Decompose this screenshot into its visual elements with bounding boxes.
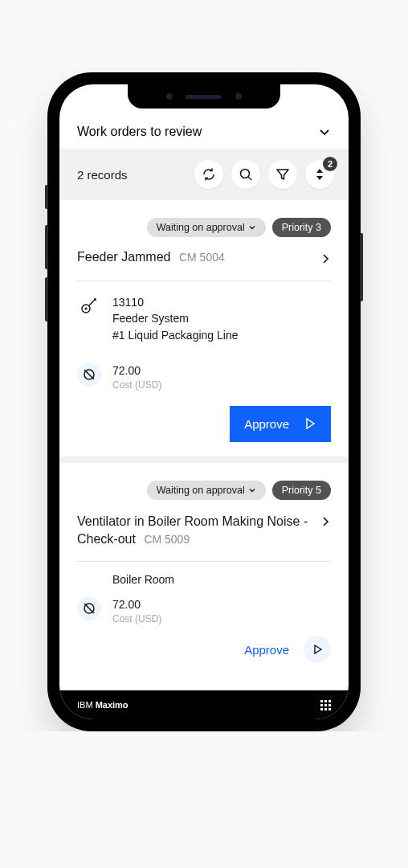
header-title: Work orders to review (77, 125, 202, 139)
asset-line: #1 Liquid Packaging Line (112, 327, 238, 343)
svg-point-2 (85, 308, 88, 310)
cost-icon (77, 596, 101, 620)
cost-value: 72.00 (112, 596, 161, 612)
cost-value: 72.00 (112, 362, 161, 379)
play-icon (312, 644, 323, 655)
refresh-button[interactable] (194, 160, 223, 189)
sort-badge: 2 (323, 157, 337, 171)
location-name: Boiler Room (112, 571, 174, 588)
asset-id: 13110 (112, 294, 238, 310)
cost-block: 72.00 Cost (USD) (77, 592, 331, 633)
chevron-down-icon (248, 223, 256, 231)
sort-button[interactable]: 2 (305, 160, 334, 189)
sort-icon (315, 169, 324, 180)
cost-label: Cost (USD) (112, 379, 161, 392)
chevron-right-icon (320, 253, 331, 264)
search-button[interactable] (231, 160, 260, 189)
asset-icon (77, 294, 101, 318)
record-card: Waiting on approval Priority 3 Feeder Ja… (59, 218, 349, 463)
cost-label: Cost (USD) (112, 612, 161, 626)
approve-button[interactable]: Approve (244, 636, 331, 663)
toolbar: 2 records (59, 149, 349, 200)
chevron-down-icon (318, 125, 331, 138)
play-icon (304, 417, 316, 430)
record-code: CM 5009 (144, 533, 190, 546)
priority-pill: Priority 5 (272, 481, 331, 500)
asset-name: Feeder System (112, 310, 238, 326)
records-count-label: 2 records (77, 168, 194, 182)
chevron-down-icon (248, 486, 256, 494)
approve-button[interactable]: Approve (230, 406, 331, 442)
cost-icon (77, 362, 101, 387)
record-title: Feeder Jammed (77, 250, 171, 264)
record-title: Ventilator in Boiler Room Making Noise -… (77, 514, 308, 546)
location-block: Boiler Room (77, 562, 331, 591)
asset-block: 13110 Feeder System #1 Liquid Packaging … (77, 281, 331, 350)
cost-block: 72.00 Cost (USD) (77, 350, 331, 399)
status-pill[interactable]: Waiting on approval (147, 218, 266, 237)
app-footer: IBM Maximo (59, 690, 349, 719)
record-title-row[interactable]: Ventilator in Boiler Room Making Noise -… (77, 513, 331, 563)
filter-button[interactable] (268, 160, 297, 189)
search-icon (239, 167, 253, 182)
chevron-right-icon (320, 516, 331, 527)
filter-icon (275, 167, 290, 182)
refresh-icon (202, 167, 216, 182)
record-card: Waiting on approval Priority 5 Ventilato… (59, 481, 349, 664)
app-grid-icon[interactable] (320, 700, 331, 710)
footer-brand: IBM Maximo (77, 700, 129, 710)
record-title-row[interactable]: Feeder Jammed CM 5004 (77, 250, 331, 281)
record-code: CM 5004 (179, 251, 225, 264)
svg-point-0 (241, 170, 250, 178)
status-pill[interactable]: Waiting on approval (147, 481, 266, 500)
records-list: Waiting on approval Priority 3 Feeder Ja… (59, 200, 349, 695)
priority-pill: Priority 3 (272, 218, 331, 237)
